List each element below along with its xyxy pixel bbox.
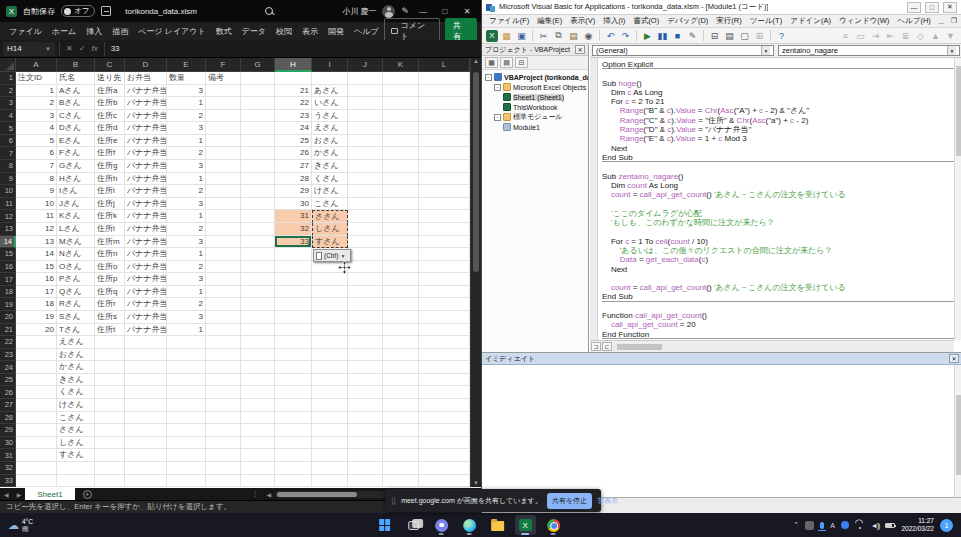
cell[interactable] [419, 273, 470, 286]
cell[interactable]: Mさん [57, 236, 95, 249]
cell[interactable]: こさん [312, 198, 348, 211]
cell[interactable] [383, 324, 419, 337]
row-header-33[interactable]: 33 [0, 475, 16, 488]
code-line[interactable]: Next [602, 144, 954, 153]
cell[interactable] [348, 173, 383, 186]
ribbon-tab-表示[interactable]: 表示 [297, 26, 323, 37]
vba-menu-編集(E)[interactable]: 編集(E) [533, 16, 566, 26]
cell[interactable]: Gさん [57, 160, 95, 173]
cell[interactable] [383, 210, 419, 223]
edit-pencil-icon[interactable]: ✎ [401, 6, 409, 16]
cell[interactable]: おさん [312, 135, 348, 148]
cell[interactable]: Eさん [57, 135, 95, 148]
cell[interactable]: けさん [312, 185, 348, 198]
minimize-button[interactable]: — [415, 7, 431, 16]
code-hscroll-thumb[interactable] [617, 344, 662, 350]
vba-menu-アドイン(A)[interactable]: アドイン(A) [786, 16, 835, 26]
vertical-scrollbar[interactable]: ▲ ▼ [470, 58, 481, 487]
horizontal-scrollbar[interactable] [275, 491, 385, 498]
procedure-dropdown-icon[interactable]: ▼ [947, 46, 956, 55]
code-line[interactable]: 'もしも、このわずかな時間に注文が来たら？ [602, 218, 954, 227]
mdi-button-0[interactable]: ＿ [935, 16, 948, 26]
cell[interactable] [167, 386, 206, 399]
vba-menu-書式(O)[interactable]: 書式(O) [629, 16, 663, 26]
cell[interactable]: 2 [167, 298, 206, 311]
code-line[interactable]: count = call_api_get_count() 'あさん－こさんの注文… [602, 190, 954, 199]
cell[interactable] [419, 374, 470, 387]
row-header-18[interactable]: 18 [0, 286, 16, 299]
cell[interactable]: 2 [167, 185, 206, 198]
cell[interactable] [241, 261, 275, 274]
cell[interactable] [348, 210, 383, 223]
cell[interactable] [383, 361, 419, 374]
cell[interactable]: バナナ弁当 [125, 160, 167, 173]
row-header-1[interactable]: 1 [0, 72, 16, 85]
cell[interactable] [383, 412, 419, 425]
cell[interactable] [206, 386, 241, 399]
stop-sharing-button[interactable]: 共有を停止 [547, 493, 592, 509]
cell[interactable] [383, 248, 419, 261]
row-header-13[interactable]: 13 [0, 223, 16, 236]
tree-item[interactable]: ThisWorkbook [482, 102, 588, 112]
cell[interactable]: 2 [167, 223, 206, 236]
cell[interactable] [383, 399, 419, 412]
cell[interactable] [95, 349, 125, 362]
cell[interactable]: 3 [16, 110, 57, 123]
cell[interactable]: Pさん [57, 273, 95, 286]
breakpoint-margin[interactable] [590, 58, 598, 340]
cell[interactable]: 7 [16, 160, 57, 173]
cell[interactable] [241, 248, 275, 261]
cell[interactable] [206, 437, 241, 450]
cell[interactable]: きさん [57, 374, 95, 387]
code-line[interactable]: 'あるいは、この個々のリクエストの合間に注文が来たら？ [602, 246, 954, 255]
cell[interactable]: Kさん [57, 210, 95, 223]
file-explorer-icon[interactable] [487, 515, 508, 535]
cell[interactable] [95, 386, 125, 399]
cell[interactable] [16, 336, 57, 349]
cell[interactable] [167, 462, 206, 475]
cell[interactable] [125, 349, 167, 362]
hscroll-left-icon[interactable]: ◀ [262, 491, 275, 498]
row-header-5[interactable]: 5 [0, 122, 16, 135]
cell[interactable] [383, 198, 419, 211]
cell[interactable] [125, 462, 167, 475]
row-header-31[interactable]: 31 [0, 449, 16, 462]
cell[interactable] [95, 475, 125, 488]
cell[interactable] [419, 97, 470, 110]
save-icon[interactable]: ▣ [515, 29, 528, 42]
cell[interactable] [241, 185, 275, 198]
cell[interactable] [419, 147, 470, 160]
cell[interactable] [348, 374, 383, 387]
code-line[interactable] [602, 199, 954, 208]
cell[interactable]: 住所a [95, 85, 125, 98]
cell[interactable]: Rさん [57, 298, 95, 311]
row-header-8[interactable]: 8 [0, 160, 16, 173]
ribbon-tab-ヘルプ[interactable]: ヘルプ [349, 26, 384, 37]
cell[interactable] [241, 324, 275, 337]
meet-dot-icon[interactable] [841, 521, 849, 529]
mic-icon[interactable] [820, 522, 824, 529]
column-header-K[interactable]: K [383, 58, 419, 72]
column-header-H[interactable]: H [275, 58, 312, 72]
cell[interactable] [275, 424, 312, 437]
vba-menu-実行(R)[interactable]: 実行(R) [712, 16, 745, 26]
cell[interactable]: 住所f [95, 147, 125, 160]
cell[interactable] [348, 311, 383, 324]
cell[interactable] [348, 286, 383, 299]
cell[interactable] [275, 311, 312, 324]
vba-menu-ウィンドウ(W)[interactable]: ウィンドウ(W) [835, 16, 893, 26]
cell[interactable] [419, 223, 470, 236]
cell[interactable]: バナナ弁当 [125, 97, 167, 110]
cell[interactable] [419, 311, 470, 324]
vba-menu-ヘルプ(H)[interactable]: ヘルプ(H) [893, 16, 934, 26]
cell[interactable]: すさん [312, 236, 348, 249]
cell[interactable]: 1 [167, 135, 206, 148]
cell[interactable]: 30 [275, 198, 312, 211]
cell[interactable]: 住所l [95, 223, 125, 236]
cell[interactable]: おさん [57, 349, 95, 362]
code-horizontal-scrollbar[interactable] [613, 343, 953, 351]
cell[interactable] [383, 261, 419, 274]
cell[interactable] [312, 412, 348, 425]
code-line[interactable]: Sub zentaino_nagare() [602, 172, 954, 181]
cell[interactable] [419, 298, 470, 311]
